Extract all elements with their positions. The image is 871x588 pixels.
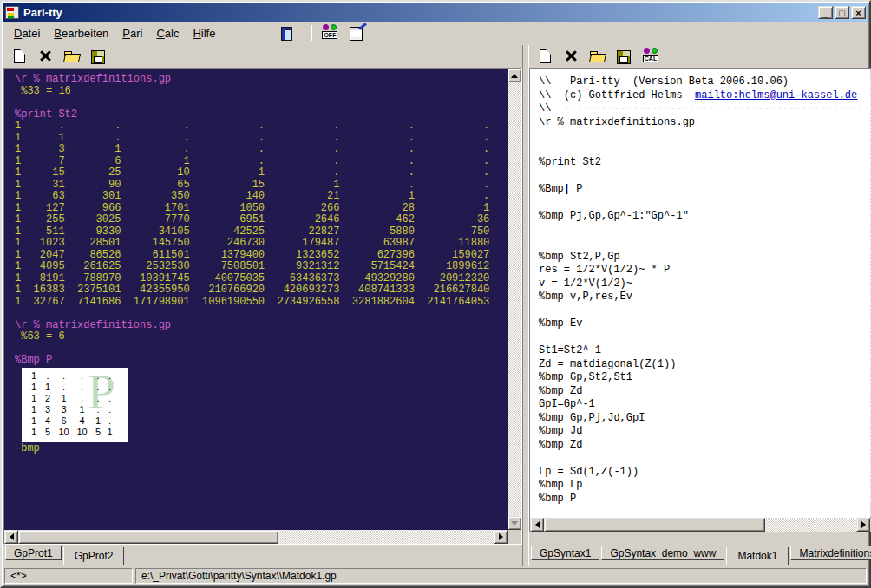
delete-icon[interactable] <box>36 48 56 65</box>
editor-line: %bmp P <box>539 493 870 506</box>
app-icon[interactable] <box>5 6 19 19</box>
open-file-icon[interactable] <box>62 48 82 65</box>
terminal-line: 1 63 301 350 140 21 1 . <box>15 191 508 203</box>
editor-line <box>539 452 870 466</box>
editor-line: %bmp Jd <box>539 425 870 439</box>
vertical-scrollbar[interactable] <box>508 69 521 530</box>
scroll-right-button[interactable] <box>856 518 870 532</box>
save-icon[interactable] <box>614 48 633 65</box>
save-icon[interactable] <box>88 48 108 65</box>
scroll-right-button[interactable] <box>494 530 508 544</box>
scroll-down-button[interactable] <box>508 516 521 530</box>
editor-line: %Bmp| P <box>539 183 870 197</box>
editor-line: GpI=Gp^-1 <box>539 398 870 412</box>
terminal-line: 1 127 966 1701 1050 266 28 1 <box>15 203 508 215</box>
menu-datei[interactable]: Datei <box>9 25 45 42</box>
minimize-button[interactable]: _ <box>818 6 833 19</box>
terminal-line <box>15 97 508 109</box>
properties-icon[interactable] <box>347 24 366 42</box>
off-status-lights <box>323 24 337 30</box>
terminal-line: 1 511 9330 34105 42525 22827 5880 750 <box>15 226 508 238</box>
editor-line <box>539 237 870 251</box>
terminal-line: \r % matrixdefinitions.gp <box>15 320 508 332</box>
menu-bar: DateiBearbeitenPariCalcHilfe OFF <box>3 23 868 43</box>
tab-gpprot2[interactable]: GpProt2 <box>63 547 125 565</box>
scroll-left-button[interactable] <box>530 518 544 532</box>
off-toggle-icon[interactable]: OFF <box>319 23 340 42</box>
cal-toggle-icon[interactable]: CAL <box>640 47 661 66</box>
new-document-icon[interactable] <box>10 48 29 65</box>
status-mode: <*> <box>4 568 133 584</box>
tab-matdok1[interactable]: Matdok1 <box>726 547 789 565</box>
editor-line <box>539 197 870 211</box>
tab-matrixdefinitions[interactable]: Matrixdefinitions <box>790 546 871 560</box>
terminal-output[interactable]: \r % matrixdefinitions.gp %33 = 16%print… <box>4 69 508 530</box>
left-content-frame: \r % matrixdefinitions.gp %33 = 16%print… <box>3 68 522 545</box>
pane-splitter[interactable] <box>522 45 529 566</box>
editor-area[interactable]: \\ Pari-tty (Version Beta 2006.10.06)\\ … <box>530 69 870 518</box>
close-button[interactable]: × <box>851 6 866 19</box>
terminal-line: %33 = 16 <box>15 86 508 98</box>
terminal-line: \r % matrixdefinitions.gp <box>15 74 508 86</box>
terminal-line: 1 16383 2375101 42355950 210766920 42069… <box>15 284 508 297</box>
menu-items: DateiBearbeitenPariCalcHilfe <box>9 25 224 42</box>
menu-hilfe[interactable]: Hilfe <box>187 25 220 42</box>
terminal-line: %print St2 <box>15 109 508 121</box>
horizontal-scrollbar[interactable] <box>4 530 508 544</box>
terminal-line: 1 32767 7141686 171798901 1096190550 273… <box>15 297 508 309</box>
editor-line: %bmp Pj,Gp,Gp^-1:"Gp^-1" <box>539 210 870 224</box>
main-toolbar: OFF <box>278 23 373 43</box>
editor-line: res = 1/2*V(1/2)~ * P <box>539 264 870 278</box>
app-window: Pari-tty _ □ × DateiBearbeitenPariCalcHi… <box>0 0 871 588</box>
editor-line <box>539 304 870 318</box>
editor-line: \r % matrixdefinitions.gp <box>539 116 870 130</box>
title-bar[interactable]: Pari-tty _ □ × <box>3 3 868 22</box>
maximize-button[interactable]: □ <box>835 6 849 19</box>
horizontal-scrollbar[interactable] <box>530 518 870 532</box>
editor-line <box>539 170 870 184</box>
terminal-line <box>15 343 508 356</box>
bmp-matrix-grid: 1.....11....121...1331..14641.15101051 <box>22 368 128 438</box>
terminal-line: 1 1023 28501 145750 246730 179487 63987 … <box>15 238 508 250</box>
tab-gpsyntax1[interactable]: GpSyntax1 <box>531 546 599 560</box>
terminal-line: 1 7 6 1 . . . . <box>15 156 508 168</box>
terminal-line: 1 1 . . . . . . <box>15 133 508 145</box>
editor-line: \\ Pari-tty (Version Beta 2006.10.06) <box>539 75 870 89</box>
menu-bearbeiten[interactable]: Bearbeiten <box>49 25 114 42</box>
open-file-icon[interactable] <box>588 48 607 65</box>
scrollbar-thumb[interactable] <box>18 530 278 544</box>
editor-line <box>539 143 870 157</box>
terminal-line: -bmp <box>15 443 508 455</box>
exit-door-icon[interactable] <box>278 24 297 42</box>
new-document-icon[interactable] <box>536 48 555 65</box>
scroll-up-button[interactable] <box>508 69 521 82</box>
scrollbar-track[interactable] <box>508 82 521 516</box>
terminal-line: %Bmp P <box>15 355 508 367</box>
terminal-line <box>15 308 508 320</box>
editor-line: %bmp Ev <box>539 317 870 331</box>
menu-calc[interactable]: Calc <box>151 25 184 42</box>
tab-gpsyntax_demo_www[interactable]: GpSyntax_demo_www <box>601 546 724 560</box>
editor-line: %bmp Lp <box>539 479 870 493</box>
scrollbar-track[interactable] <box>278 530 494 544</box>
editor-line: Lp = Sd(1,Z(-1)) <box>539 466 870 480</box>
tab-gpprot1[interactable]: GpProt1 <box>5 546 62 560</box>
left-tabstrip: GpProt1GpProt2 <box>3 546 522 566</box>
cal-label: CAL <box>643 55 658 62</box>
terminal-line: %63 = 6 <box>15 331 508 343</box>
terminal-line: 1 4095 261625 2532530 7508501 9321312 57… <box>15 261 508 273</box>
editor-line: %print St2 <box>539 156 870 170</box>
menu-pari[interactable]: Pari <box>117 25 147 42</box>
delete-icon[interactable] <box>562 48 581 65</box>
right-pane-toolbar: CAL <box>529 45 871 68</box>
right-tabstrip: GpSyntax1GpSyntax_demo_wwwMatdok1Matrixd… <box>529 546 871 566</box>
scroll-left-button[interactable] <box>4 530 18 544</box>
window-title: Pari-tty <box>23 6 816 19</box>
scrollbar-thumb[interactable] <box>544 518 765 532</box>
editor-line <box>539 224 870 238</box>
editor-line: %bmp St2,P,Gp <box>539 251 870 265</box>
editor-line: %bmp Gp,St2,St1 <box>539 371 870 385</box>
terminal-line: 1 2047 86526 611501 1379400 1323652 6273… <box>15 250 508 262</box>
scrollbar-track[interactable] <box>765 518 856 532</box>
terminal-line: 1 . . . . . . . <box>15 121 508 133</box>
